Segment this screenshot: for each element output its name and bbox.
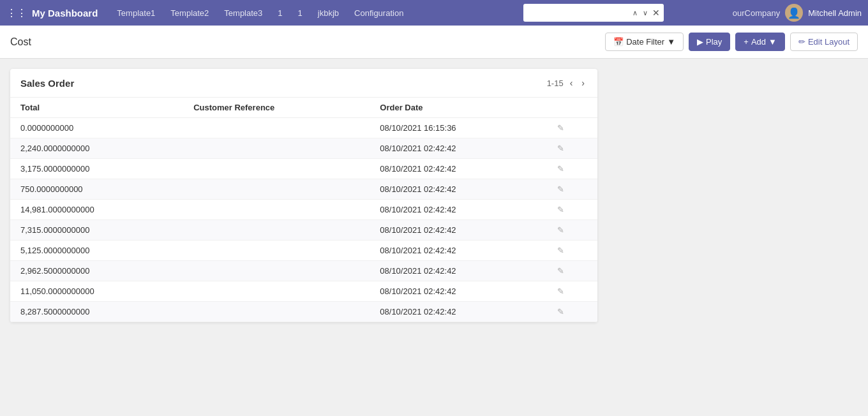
table-row: 0.000000000008/10/2021 16:15:36✎ — [10, 118, 597, 138]
search-next-button[interactable]: ∨ — [641, 8, 650, 18]
nav-configuration[interactable]: Configuration — [348, 6, 410, 20]
search-box: ∧ ∨ ✕ — [523, 4, 664, 22]
calendar-icon: 📅 — [613, 37, 624, 47]
sales-order-widget: Sales Order 1-15 ‹ › Total Customer Refe… — [10, 69, 597, 322]
sales-order-table: Total Customer Reference Order Date 0.00… — [10, 98, 597, 322]
cell-total: 750.0000000000 — [10, 179, 183, 200]
cell-order-date: 08/10/2021 02:42:42 — [370, 261, 547, 281]
table-row: 5,125.000000000008/10/2021 02:42:42✎ — [10, 241, 597, 261]
table-row: 8,287.500000000008/10/2021 02:42:42✎ — [10, 302, 597, 322]
add-button[interactable]: + Add ▼ — [735, 33, 785, 51]
edit-row-icon[interactable]: ✎ — [557, 164, 564, 174]
cell-edit-action[interactable]: ✎ — [547, 179, 597, 200]
avatar: 👤 — [785, 4, 803, 22]
cell-edit-action[interactable]: ✎ — [547, 138, 597, 159]
table-row: 750.000000000008/10/2021 02:42:42✎ — [10, 179, 597, 200]
user-name: Mitchell Admin — [808, 8, 862, 18]
cell-edit-action[interactable]: ✎ — [547, 302, 597, 322]
pagination-prev-button[interactable]: ‹ — [567, 77, 576, 89]
edit-row-icon[interactable]: ✎ — [557, 286, 564, 296]
edit-layout-button[interactable]: ✏ Edit Layout — [790, 33, 858, 51]
play-icon: ▶ — [697, 37, 703, 47]
date-filter-button[interactable]: 📅 Date Filter ▼ — [605, 33, 684, 51]
main-content: Sales Order 1-15 ‹ › Total Customer Refe… — [0, 59, 868, 416]
table-row: 14,981.000000000008/10/2021 02:42:42✎ — [10, 200, 597, 220]
search-close-button[interactable]: ✕ — [652, 8, 660, 18]
date-filter-label: Date Filter — [626, 37, 664, 47]
nav-template2[interactable]: Template2 — [164, 6, 215, 20]
nav-template1[interactable]: Template1 — [110, 6, 161, 20]
play-label: Play — [706, 37, 722, 47]
cell-edit-action[interactable]: ✎ — [547, 261, 597, 281]
cell-customer-ref — [183, 118, 370, 138]
plus-icon: + — [744, 37, 749, 47]
nav-1b[interactable]: 1 — [292, 6, 309, 20]
cell-customer-ref — [183, 220, 370, 241]
nav-template3[interactable]: Template3 — [218, 6, 269, 20]
cell-edit-action[interactable]: ✎ — [547, 281, 597, 302]
cell-total: 5,125.0000000000 — [10, 241, 183, 261]
col-total: Total — [10, 98, 183, 118]
edit-row-icon[interactable]: ✎ — [557, 144, 564, 153]
grid-icon[interactable]: ⋮⋮ — [6, 7, 27, 19]
cell-customer-ref — [183, 261, 370, 281]
table-row: 3,175.000000000008/10/2021 02:42:42✎ — [10, 159, 597, 179]
pagination-range: 1-15 — [547, 78, 564, 88]
page-title: Cost — [10, 36, 31, 48]
play-button[interactable]: ▶ Play — [689, 33, 730, 51]
right-section: ourCompany 👤 Mitchell Admin — [733, 4, 862, 22]
cell-total: 2,240.0000000000 — [10, 138, 183, 159]
cell-order-date: 08/10/2021 02:42:42 — [370, 159, 547, 179]
cell-total: 0.0000000000 — [10, 118, 183, 138]
cell-edit-action[interactable]: ✎ — [547, 200, 597, 220]
search-arrows: ∧ ∨ — [631, 8, 650, 18]
table-scroll-area[interactable]: Total Customer Reference Order Date 0.00… — [10, 98, 597, 322]
cell-customer-ref — [183, 241, 370, 261]
pagination: 1-15 ‹ › — [547, 77, 587, 89]
app-title: My Dashboard — [32, 8, 98, 19]
nav-1a[interactable]: 1 — [271, 6, 288, 20]
cell-customer-ref — [183, 138, 370, 159]
company-name: ourCompany — [733, 8, 780, 18]
edit-layout-label: Edit Layout — [808, 37, 849, 47]
widget-title: Sales Order — [20, 78, 74, 89]
col-order-date: Order Date — [370, 98, 547, 118]
cell-edit-action[interactable]: ✎ — [547, 118, 597, 138]
table-row: 2,240.000000000008/10/2021 02:42:42✎ — [10, 138, 597, 159]
cell-total: 8,287.5000000000 — [10, 302, 183, 322]
cell-edit-action[interactable]: ✎ — [547, 159, 597, 179]
chevron-down-icon: ▼ — [667, 37, 675, 47]
cell-total: 11,050.0000000000 — [10, 281, 183, 302]
table-row: 2,962.500000000008/10/2021 02:42:42✎ — [10, 261, 597, 281]
cell-edit-action[interactable]: ✎ — [547, 241, 597, 261]
cell-customer-ref — [183, 159, 370, 179]
pagination-next-button[interactable]: › — [579, 77, 587, 89]
edit-row-icon[interactable]: ✎ — [557, 225, 564, 235]
search-input[interactable] — [527, 8, 631, 18]
cell-order-date: 08/10/2021 02:42:42 — [370, 138, 547, 159]
cell-customer-ref — [183, 179, 370, 200]
cell-total: 2,962.5000000000 — [10, 261, 183, 281]
edit-row-icon[interactable]: ✎ — [557, 307, 564, 316]
table-body: 0.000000000008/10/2021 16:15:36✎2,240.00… — [10, 118, 597, 322]
cell-total: 7,315.0000000000 — [10, 220, 183, 241]
cell-order-date: 08/10/2021 02:42:42 — [370, 179, 547, 200]
edit-row-icon[interactable]: ✎ — [557, 246, 564, 255]
cell-order-date: 08/10/2021 02:42:42 — [370, 302, 547, 322]
search-prev-button[interactable]: ∧ — [631, 8, 640, 18]
edit-row-icon[interactable]: ✎ — [557, 184, 564, 194]
cell-edit-action[interactable]: ✎ — [547, 220, 597, 241]
cell-order-date: 08/10/2021 16:15:36 — [370, 118, 547, 138]
cell-customer-ref — [183, 302, 370, 322]
toolbar: Cost 📅 Date Filter ▼ ▶ Play + Add ▼ ✏ Ed… — [0, 26, 868, 59]
edit-row-icon[interactable]: ✎ — [557, 123, 564, 133]
table-header: Total Customer Reference Order Date — [10, 98, 597, 118]
cell-order-date: 08/10/2021 02:42:42 — [370, 241, 547, 261]
cell-customer-ref — [183, 281, 370, 302]
table-row: 11,050.000000000008/10/2021 02:42:42✎ — [10, 281, 597, 302]
nav-jkbkjb[interactable]: jkbkjb — [311, 6, 345, 20]
col-actions — [547, 98, 597, 118]
edit-row-icon[interactable]: ✎ — [557, 205, 564, 214]
edit-row-icon[interactable]: ✎ — [557, 266, 564, 276]
pencil-icon: ✏ — [798, 37, 805, 47]
